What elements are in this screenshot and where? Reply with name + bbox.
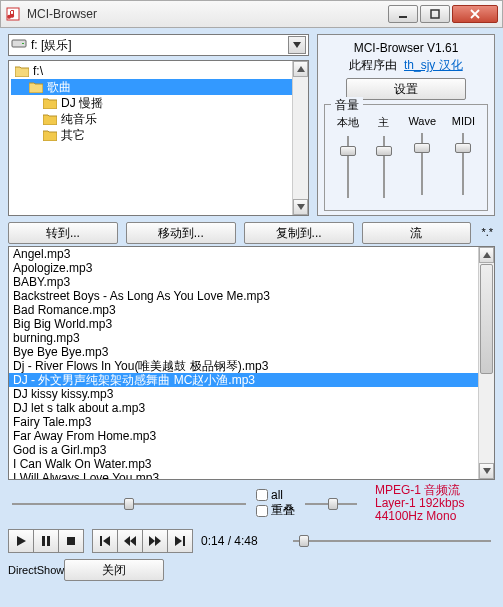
svg-rect-7 <box>67 537 75 545</box>
credit-link[interactable]: th_sjy 汉化 <box>404 58 463 72</box>
file-row[interactable]: Apologize.mp3 <box>9 261 494 275</box>
svg-rect-4 <box>22 43 24 44</box>
volume-label: 音量 <box>331 97 363 114</box>
slider-label: Wave <box>408 115 436 127</box>
svg-rect-6 <box>47 536 50 546</box>
folder-row[interactable]: 歌曲 <box>11 79 306 95</box>
scroll-up-button[interactable] <box>479 247 494 263</box>
file-row[interactable]: God is a Girl.mp3 <box>9 443 494 457</box>
volume-slider[interactable] <box>454 129 472 199</box>
file-row[interactable]: Far Away From Home.mp3 <box>9 429 494 443</box>
maximize-button[interactable] <box>420 5 450 23</box>
audio-info: MPEG-1 音频流 Layer-1 192kbps 44100Hz Mono <box>375 484 495 523</box>
volume-slider[interactable] <box>339 132 357 202</box>
credit-line: 此程序由 th_sjy 汉化 <box>349 57 462 74</box>
app-icon <box>5 6 21 22</box>
aux-slider[interactable] <box>301 495 361 513</box>
slider-label: 本地 <box>337 115 359 130</box>
settings-button[interactable]: 设置 <box>346 78 466 100</box>
slider-label: MIDI <box>452 115 475 127</box>
drive-label: f: [娱乐] <box>31 37 288 54</box>
file-row[interactable]: Bye Bye Bye.mp3 <box>9 345 494 359</box>
scroll-down-button[interactable] <box>479 463 494 479</box>
svg-rect-5 <box>42 536 45 546</box>
folder-name: f:\ <box>33 64 43 78</box>
file-row[interactable]: DJ let s talk about a.mp3 <box>9 401 494 415</box>
folder-name: 纯音乐 <box>61 111 97 128</box>
rewind-button[interactable] <box>117 529 143 553</box>
stop-button[interactable] <box>58 529 84 553</box>
folder-name: DJ 慢摇 <box>61 95 103 112</box>
window-title: MCI-Browser <box>27 7 388 21</box>
svg-rect-2 <box>431 10 439 18</box>
svg-rect-1 <box>399 16 407 18</box>
close-window-button[interactable] <box>452 5 498 23</box>
first-button[interactable] <box>92 529 118 553</box>
last-button[interactable] <box>167 529 193 553</box>
minimize-button[interactable] <box>388 5 418 23</box>
repeat-checkbox[interactable]: 重叠 <box>256 502 295 519</box>
file-row[interactable]: Backstreet Boys - As Long As You Love Me… <box>9 289 494 303</box>
copy-button[interactable]: 复制到... <box>244 222 354 244</box>
svg-rect-9 <box>183 536 185 546</box>
file-row[interactable]: Bad Romance.mp3 <box>9 303 494 317</box>
move-button[interactable]: 移动到... <box>126 222 236 244</box>
file-row[interactable]: Angel.mp3 <box>9 247 494 261</box>
filter-label: *.* <box>479 222 495 244</box>
file-row[interactable]: Fairy Tale.mp3 <box>9 415 494 429</box>
volume-panel: 音量 本地主WaveMIDI <box>324 104 488 211</box>
renderer-label: DirectShow <box>8 564 64 576</box>
folder-icon <box>43 97 57 109</box>
scroll-thumb[interactable] <box>480 264 493 374</box>
file-row[interactable]: BABY.mp3 <box>9 275 494 289</box>
scroll-down-button[interactable] <box>293 199 308 215</box>
drive-icon <box>11 37 27 53</box>
folder-row[interactable]: 纯音乐 <box>11 111 306 127</box>
close-button[interactable]: 关闭 <box>64 559 164 581</box>
scroll-up-button[interactable] <box>293 61 308 77</box>
app-version: MCI-Browser V1.61 <box>354 41 459 55</box>
folder-tree[interactable]: f:\歌曲DJ 慢摇纯音乐其它 <box>8 60 309 216</box>
play-button[interactable] <box>8 529 34 553</box>
file-row[interactable]: DJ kissy kissy.mp3 <box>9 387 494 401</box>
slider-label: 主 <box>378 115 389 130</box>
file-row[interactable]: Big Big World.mp3 <box>9 317 494 331</box>
folder-name: 歌曲 <box>47 79 71 96</box>
file-row[interactable]: I Will Always Love You.mp3 <box>9 471 494 480</box>
forward-button[interactable] <box>142 529 168 553</box>
folder-row[interactable]: f:\ <box>11 63 306 79</box>
volume-slider[interactable] <box>375 132 393 202</box>
file-row[interactable]: burning.mp3 <box>9 331 494 345</box>
folder-icon <box>15 65 29 77</box>
time-display: 0:14 / 4:48 <box>201 534 281 548</box>
seek-slider[interactable] <box>289 532 495 550</box>
balance-slider[interactable] <box>8 495 250 513</box>
volume-slider[interactable] <box>413 129 431 199</box>
folder-icon <box>29 81 43 93</box>
chevron-down-icon <box>288 36 306 54</box>
goto-button[interactable]: 转到... <box>8 222 118 244</box>
folder-row[interactable]: DJ 慢摇 <box>11 95 306 111</box>
pause-button[interactable] <box>33 529 59 553</box>
folder-name: 其它 <box>61 127 85 144</box>
file-row[interactable]: DJ - 外文男声纯架架动感舞曲 MC赵小渔.mp3 <box>9 373 494 387</box>
all-checkbox[interactable]: all <box>256 488 295 502</box>
info-panel: MCI-Browser V1.61 此程序由 th_sjy 汉化 设置 音量 本… <box>317 34 495 216</box>
folder-row[interactable]: 其它 <box>11 127 306 143</box>
file-listbox[interactable]: Angel.mp3Apologize.mp3BABY.mp3Backstreet… <box>8 246 495 480</box>
file-row[interactable]: Dj - River Flows In You(唯美越鼓 极品钢琴).mp3 <box>9 359 494 373</box>
folder-icon <box>43 129 57 141</box>
stream-button[interactable]: 流 <box>362 222 472 244</box>
svg-rect-8 <box>100 536 102 546</box>
file-row[interactable]: I Can Walk On Water.mp3 <box>9 457 494 471</box>
drive-combobox[interactable]: f: [娱乐] <box>8 34 309 56</box>
folder-icon <box>43 113 57 125</box>
